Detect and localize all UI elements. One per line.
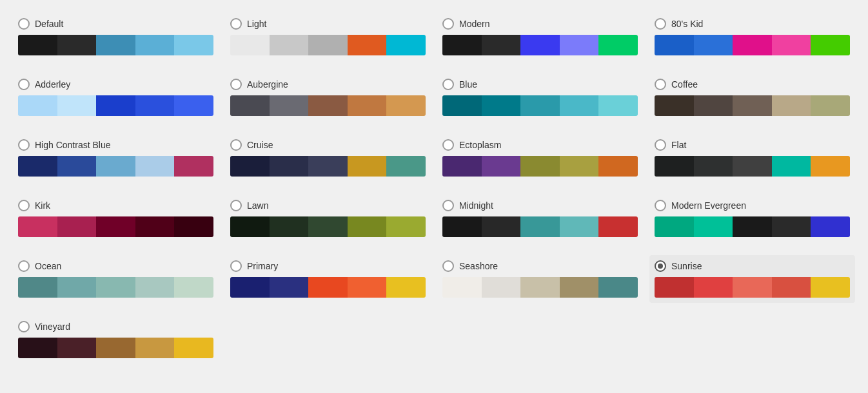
theme-item-coffee[interactable]: Coffee <box>649 73 855 121</box>
swatch-coffee-2 <box>733 95 772 116</box>
radio-flat[interactable] <box>655 139 666 151</box>
theme-name-lawn: Lawn <box>247 200 268 211</box>
swatch-high-contrast-blue-2 <box>96 156 135 177</box>
radio-default[interactable] <box>18 18 30 30</box>
radio-vineyard[interactable] <box>18 321 30 332</box>
theme-item-adderley[interactable]: Adderley <box>13 73 219 121</box>
radio-light[interactable] <box>230 18 242 30</box>
theme-item-sunrise[interactable]: Sunrise <box>649 255 855 303</box>
swatch-high-contrast-blue-4 <box>174 156 213 177</box>
radio-cruise[interactable] <box>230 139 242 151</box>
radio-high-contrast-blue[interactable] <box>18 139 30 151</box>
swatch-kirk-2 <box>96 216 135 237</box>
radio-ectoplasm[interactable] <box>442 139 454 151</box>
swatch-default-3 <box>135 35 175 55</box>
radio-blue[interactable] <box>442 79 454 90</box>
theme-item-light[interactable]: Light <box>225 13 431 61</box>
theme-item-default[interactable]: Default <box>13 13 219 61</box>
theme-name-ocean: Ocean <box>35 261 61 271</box>
theme-item-modern[interactable]: Modern <box>437 13 643 61</box>
theme-item-ectoplasm[interactable]: Ectoplasm <box>437 134 643 182</box>
swatch-sunrise-1 <box>694 277 733 298</box>
swatch-coffee-1 <box>694 95 733 116</box>
radio-kirk[interactable] <box>18 200 30 211</box>
swatch-flat-1 <box>694 156 733 177</box>
theme-name-high-contrast-blue: High Contrast Blue <box>35 140 111 150</box>
radio-midnight[interactable] <box>442 200 454 211</box>
color-bar-modern <box>442 35 638 55</box>
radio-ocean[interactable] <box>18 260 30 272</box>
swatch-vineyard-1 <box>57 338 97 358</box>
theme-item-blue[interactable]: Blue <box>437 73 643 121</box>
theme-item-80s-kid[interactable]: 80's Kid <box>649 13 855 61</box>
radio-sunrise[interactable] <box>655 260 666 272</box>
swatch-vineyard-4 <box>174 338 213 358</box>
theme-label-80s-kid: 80's Kid <box>655 18 850 30</box>
theme-name-default: Default <box>35 19 63 29</box>
swatch-seashore-3 <box>560 277 599 298</box>
theme-label-ectoplasm: Ectoplasm <box>442 139 638 151</box>
radio-modern-evergreen[interactable] <box>655 200 666 211</box>
color-bar-cruise <box>230 156 426 177</box>
radio-80s-kid[interactable] <box>655 18 666 30</box>
swatch-modern-4 <box>598 35 638 55</box>
theme-label-sunrise: Sunrise <box>655 260 850 272</box>
swatch-ocean-0 <box>18 277 57 298</box>
swatch-coffee-0 <box>655 95 694 116</box>
color-bar-sunrise <box>655 277 850 298</box>
swatch-adderley-3 <box>135 95 175 116</box>
swatch-midnight-3 <box>560 216 599 237</box>
theme-item-primary[interactable]: Primary <box>225 255 431 303</box>
swatch-aubergine-0 <box>230 95 270 116</box>
theme-item-vineyard[interactable]: Vineyard <box>13 316 219 363</box>
theme-item-ocean[interactable]: Ocean <box>13 255 219 303</box>
swatch-primary-4 <box>386 277 426 298</box>
radio-adderley[interactable] <box>18 79 30 90</box>
radio-modern[interactable] <box>442 18 454 30</box>
swatch-primary-2 <box>308 277 348 298</box>
theme-item-modern-evergreen[interactable]: Modern Evergreen <box>649 195 855 242</box>
radio-coffee[interactable] <box>655 79 666 90</box>
swatch-ocean-3 <box>135 277 175 298</box>
theme-label-seashore: Seashore <box>442 260 638 272</box>
color-bar-blue <box>442 95 638 116</box>
swatch-vineyard-3 <box>135 338 175 358</box>
theme-item-cruise[interactable]: Cruise <box>225 134 431 182</box>
color-bar-light <box>230 35 426 55</box>
theme-item-flat[interactable]: Flat <box>649 134 855 182</box>
theme-label-adderley: Adderley <box>18 79 213 90</box>
swatch-sunrise-0 <box>655 277 694 298</box>
theme-item-midnight[interactable]: Midnight <box>437 195 643 242</box>
theme-label-coffee: Coffee <box>655 79 850 90</box>
swatch-lawn-1 <box>270 216 309 237</box>
radio-seashore[interactable] <box>442 260 454 272</box>
swatch-sunrise-4 <box>811 277 850 298</box>
theme-name-sunrise: Sunrise <box>671 261 702 271</box>
swatch-aubergine-2 <box>308 95 348 116</box>
swatch-modern-evergreen-3 <box>772 216 811 237</box>
color-bar-flat <box>655 156 850 177</box>
theme-item-high-contrast-blue[interactable]: High Contrast Blue <box>13 134 219 182</box>
swatch-modern-evergreen-0 <box>655 216 694 237</box>
theme-item-aubergine[interactable]: Aubergine <box>225 73 431 121</box>
theme-item-kirk[interactable]: Kirk <box>13 195 219 242</box>
theme-label-blue: Blue <box>442 79 638 90</box>
theme-name-vineyard: Vineyard <box>35 321 70 332</box>
swatch-blue-2 <box>520 95 560 116</box>
radio-lawn[interactable] <box>230 200 242 211</box>
swatch-high-contrast-blue-0 <box>18 156 57 177</box>
radio-primary[interactable] <box>230 260 242 272</box>
radio-aubergine[interactable] <box>230 79 242 90</box>
theme-name-modern-evergreen: Modern Evergreen <box>671 200 746 211</box>
swatch-lawn-3 <box>348 216 387 237</box>
theme-label-aubergine: Aubergine <box>230 79 426 90</box>
theme-name-seashore: Seashore <box>459 261 498 271</box>
swatch-kirk-0 <box>18 216 57 237</box>
theme-name-80s-kid: 80's Kid <box>671 19 703 29</box>
swatch-high-contrast-blue-3 <box>135 156 175 177</box>
theme-name-adderley: Adderley <box>35 79 70 90</box>
theme-name-ectoplasm: Ectoplasm <box>459 140 501 150</box>
theme-item-seashore[interactable]: Seashore <box>437 255 643 303</box>
swatch-modern-evergreen-4 <box>811 216 850 237</box>
theme-item-lawn[interactable]: Lawn <box>225 195 431 242</box>
